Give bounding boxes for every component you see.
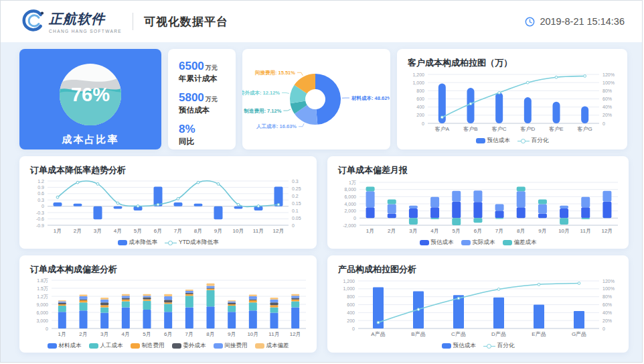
svg-text:E产品: E产品 xyxy=(532,331,546,337)
legend-label: 成本降低率 xyxy=(129,239,158,247)
svg-text:1月: 1月 xyxy=(366,228,374,234)
svg-text:12月: 12月 xyxy=(601,228,613,234)
legend-line-marker xyxy=(165,240,177,245)
cost-reduction-trend-chart[interactable]: -0.9-0.6-0.300.30.60.91.200.050.10.150.2… xyxy=(25,178,311,235)
svg-text:A产品: A产品 xyxy=(371,331,385,337)
legend-label: 百分化 xyxy=(532,137,549,145)
brand-logo-icon xyxy=(21,8,45,35)
stat-value: 5800 xyxy=(179,91,204,104)
legend-item-预估成本[interactable]: 预估成本 xyxy=(442,342,476,350)
svg-text:6月: 6月 xyxy=(474,228,482,234)
legend-item-委外成本[interactable]: 委外成本 xyxy=(172,342,206,350)
chart-legend: 预估成本实际成本偏差成本 xyxy=(333,239,623,247)
svg-text:9月: 9月 xyxy=(538,228,546,234)
svg-text:60%: 60% xyxy=(602,302,612,307)
legend-label: 间接费用 xyxy=(225,342,248,350)
order-cost-deviation-card: 订单成本偏差月报 -2,00002,0004,0006,0008,0001万1月… xyxy=(327,156,629,249)
legend-item-偏差成本[interactable]: 偏差成本 xyxy=(503,239,537,247)
legend-item-成本降低率[interactable]: 成本降低率 xyxy=(118,239,158,247)
legend-bar-marker xyxy=(131,343,140,349)
svg-text:600: 600 xyxy=(416,97,424,101)
order-cost-deviation-chart[interactable]: -2,00002,0004,0006,0008,0001万1月2月3月4月5月6… xyxy=(333,178,623,235)
svg-text:0: 0 xyxy=(602,121,605,126)
stat-yearly-cost: 6500万元 年累计成本 xyxy=(179,60,236,84)
svg-text:10月: 10月 xyxy=(233,228,244,234)
brand: 正航软件 CHANG HANG SOFTWARE 可视化数据平台 xyxy=(21,8,228,35)
svg-text:2月: 2月 xyxy=(79,331,87,337)
stat-estimated-cost: 5800万元 预估成本 xyxy=(179,91,236,115)
legend-label: 预估成本 xyxy=(431,239,454,247)
chart-title: 订单成本降低率趋势分析 xyxy=(25,162,311,178)
legend-item-成本偏差[interactable]: 成本偏差 xyxy=(255,342,289,350)
legend-item-预估成本[interactable]: 预估成本 xyxy=(476,137,510,145)
chart-title: 客户成本构成柏拉图（万） xyxy=(402,54,622,70)
svg-text:1月: 1月 xyxy=(54,228,62,234)
svg-text:5月: 5月 xyxy=(134,228,142,234)
svg-text:600: 600 xyxy=(347,302,355,307)
svg-text:0: 0 xyxy=(422,121,424,126)
order-cost-composition-card: 订单成本构成偏差分析 03,0006,0009,0001.2万1.5万1.8万1… xyxy=(19,255,317,353)
legend-bar-marker xyxy=(214,343,223,349)
customer-pareto-chart[interactable]: 02004006008001,0001,200020%40%60%80%100%… xyxy=(402,70,622,133)
svg-text:7月: 7月 xyxy=(185,331,193,337)
legend-bar-marker xyxy=(255,343,264,349)
legend-label: 人工成本 xyxy=(100,342,123,350)
svg-text:间接费用: 15.51%: 间接费用: 15.51% xyxy=(255,70,295,76)
svg-text:8月: 8月 xyxy=(194,228,202,234)
product-pareto-card: 产品构成柏拉图分析 02004006008001,0001,200020%40%… xyxy=(327,255,629,353)
svg-text:客户E: 客户E xyxy=(549,126,563,132)
svg-text:6月: 6月 xyxy=(164,331,172,337)
dashboard-content: 76% 成本占比率 6500万元 年累计成本 5800万元 预估成本 8% 同比 xyxy=(1,42,642,363)
svg-text:40%: 40% xyxy=(602,310,612,315)
stat-value: 8% xyxy=(179,123,195,135)
cost-structure-donut-card: 材料成本: 48.62%人工成本: 16.63%制造费用: 7.12%委外成本:… xyxy=(242,49,390,149)
legend-item-预估成本[interactable]: 预估成本 xyxy=(420,239,454,247)
legend-bar-marker xyxy=(118,240,127,245)
legend-item-YTD成本降低率[interactable]: YTD成本降低率 xyxy=(165,239,219,247)
legend-bar-marker xyxy=(172,343,181,349)
svg-text:0.05: 0.05 xyxy=(292,216,301,221)
legend-item-实际成本[interactable]: 实际成本 xyxy=(461,239,495,247)
stat-unit: 万元 xyxy=(206,96,218,103)
svg-text:1,000: 1,000 xyxy=(412,80,424,85)
cost-structure-donut-chart[interactable]: 材料成本: 48.62%人工成本: 16.63%制造费用: 7.12%委外成本:… xyxy=(242,50,390,148)
legend-item-百分化[interactable]: 百分化 xyxy=(517,137,549,145)
brand-subtitle: CHANG HANG SOFTWARE xyxy=(49,29,122,34)
svg-text:10月: 10月 xyxy=(247,331,258,337)
chart-title: 产品构成柏拉图分析 xyxy=(333,261,623,277)
svg-text:120%: 120% xyxy=(602,279,615,284)
stat-label: 年累计成本 xyxy=(179,74,236,84)
legend-label: 制造费用 xyxy=(142,342,165,350)
legend-bar-marker xyxy=(89,343,98,349)
cost-reduction-trend-card: 订单成本降低率趋势分析 -0.9-0.6-0.300.30.60.91.200.… xyxy=(19,156,317,249)
svg-text:0.15: 0.15 xyxy=(292,201,301,206)
product-pareto-chart[interactable]: 02004006008001,0001,200020%40%60%80%100%… xyxy=(333,277,623,339)
legend-item-材料成本[interactable]: 材料成本 xyxy=(48,342,82,350)
svg-text:11月: 11月 xyxy=(268,331,279,337)
svg-text:4,000: 4,000 xyxy=(344,202,356,206)
svg-text:8月: 8月 xyxy=(517,228,525,234)
svg-text:400: 400 xyxy=(416,105,424,109)
legend-item-制造费用[interactable]: 制造费用 xyxy=(131,342,165,350)
svg-text:客户G: 客户G xyxy=(578,126,592,132)
legend-label: 实际成本 xyxy=(473,239,495,247)
customer-pareto-card: 客户成本构成柏拉图（万） 02004006008001,0001,200020%… xyxy=(397,49,627,149)
svg-text:0.3: 0.3 xyxy=(292,179,299,184)
row-3: 订单成本构成偏差分析 03,0006,0009,0001.2万1.5万1.8万1… xyxy=(19,255,627,353)
svg-text:1.8万: 1.8万 xyxy=(37,278,48,283)
legend-item-间接费用[interactable]: 间接费用 xyxy=(214,342,248,350)
liquid-gauge-chart[interactable]: 76% xyxy=(19,53,161,132)
legend-item-人工成本[interactable]: 人工成本 xyxy=(89,342,123,350)
svg-text:0: 0 xyxy=(46,326,48,331)
svg-text:-2,000: -2,000 xyxy=(343,223,356,228)
legend-label: 委外成本 xyxy=(183,342,206,350)
datetime-text: 2019-8-21 15:14:36 xyxy=(540,16,625,27)
order-cost-composition-chart[interactable]: 03,0006,0009,0001.2万1.5万1.8万1月2月3月4月5月6月… xyxy=(25,277,311,339)
svg-text:0: 0 xyxy=(353,216,356,221)
gauge-value: 76% xyxy=(71,84,110,105)
svg-text:1.5万: 1.5万 xyxy=(37,286,48,291)
svg-text:100%: 100% xyxy=(602,286,615,291)
svg-text:800: 800 xyxy=(416,88,424,93)
legend-item-百分化[interactable]: 百分化 xyxy=(483,342,515,350)
svg-text:120%: 120% xyxy=(602,72,615,77)
